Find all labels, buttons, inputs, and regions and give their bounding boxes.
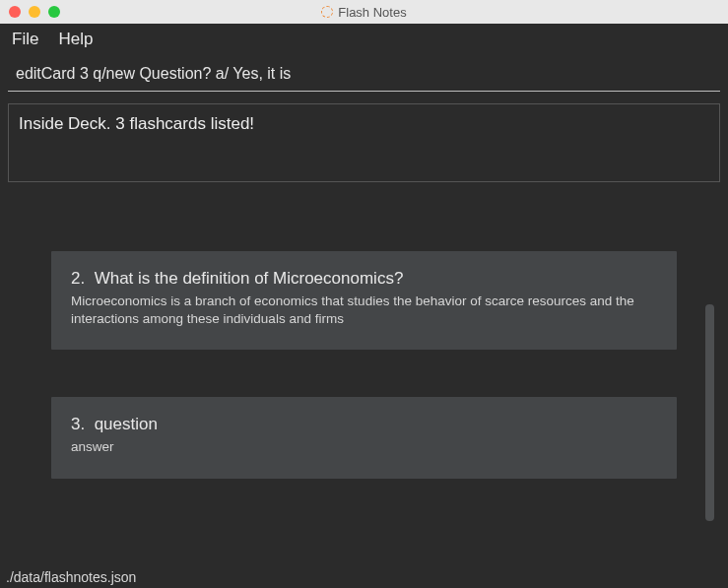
- status-panel: Inside Deck. 3 flashcards listed!: [8, 103, 720, 182]
- command-input-wrap: [0, 55, 728, 92]
- command-input[interactable]: [8, 59, 720, 92]
- flashcard-answer: answer: [71, 438, 657, 456]
- flashcard-question-text: question: [95, 415, 158, 433]
- cards-list: 2. What is the definition of Microeconom…: [51, 251, 677, 479]
- menubar: File Help: [0, 24, 728, 55]
- close-icon[interactable]: [9, 6, 21, 18]
- titlebar: Flash Notes: [0, 0, 728, 24]
- window-title: Flash Notes: [338, 5, 406, 20]
- menu-file[interactable]: File: [12, 30, 38, 49]
- window-title-wrap: Flash Notes: [0, 5, 728, 20]
- scrollbar-thumb[interactable]: [705, 304, 714, 521]
- flashcard-number: 2.: [71, 269, 85, 288]
- scrollbar[interactable]: [705, 304, 714, 521]
- content-area: 2. What is the definition of Microeconom…: [0, 182, 728, 566]
- footer-path: ./data/flashnotes.json: [6, 569, 136, 585]
- app-icon: [321, 6, 333, 18]
- flashcard-question-text: What is the definition of Microeconomics…: [95, 269, 404, 288]
- minimize-icon[interactable]: [29, 6, 40, 18]
- flashcard[interactable]: 2. What is the definition of Microeconom…: [51, 251, 677, 350]
- flashcard-question: 2. What is the definition of Microeconom…: [71, 269, 657, 289]
- flashcard[interactable]: 3. question answer: [51, 397, 677, 478]
- flashcard-number: 3.: [71, 415, 85, 433]
- flashcard-question: 3. question: [71, 415, 657, 434]
- flashcard-answer: Microeconomics is a branch of economics …: [71, 293, 657, 328]
- status-text: Inside Deck. 3 flashcards listed!: [19, 114, 254, 133]
- menu-help[interactable]: Help: [58, 30, 93, 49]
- maximize-icon[interactable]: [48, 6, 60, 18]
- app-window: Flash Notes File Help Inside Deck. 3 fla…: [0, 0, 728, 588]
- footer: ./data/flashnotes.json: [0, 566, 728, 588]
- traffic-lights: [0, 6, 60, 18]
